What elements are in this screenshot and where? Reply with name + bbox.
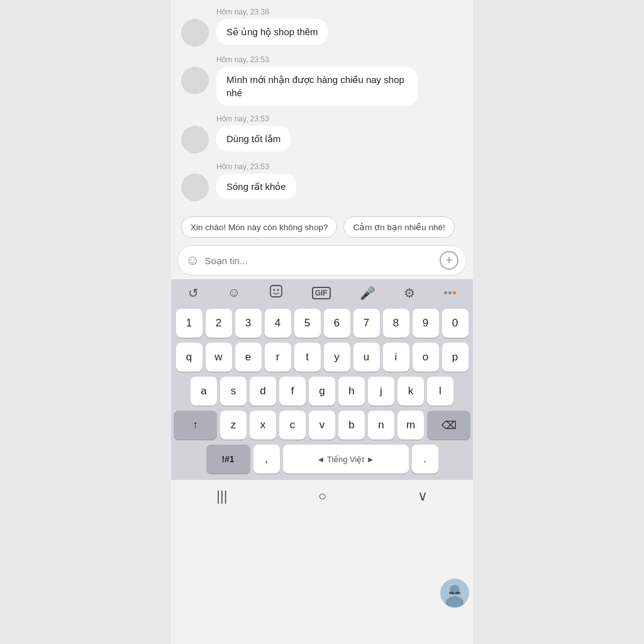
key-k[interactable]: k (397, 377, 424, 406)
bubble-3: Dùng tốt lắm (216, 126, 291, 152)
timestamp-1: Hôm nay, 23:38 (216, 8, 463, 16)
key-5[interactable]: 5 (294, 309, 321, 338)
key-u[interactable]: u (353, 343, 380, 372)
quick-reply-1[interactable]: Xin chào! Món này còn không shop? (181, 216, 337, 238)
key-3[interactable]: 3 (235, 309, 262, 338)
chat-area: Hôm nay, 23:38 Sẽ ủng hộ shop thêm Hôm n… (171, 0, 473, 201)
timestamp-2: Hôm nay, 23:53 (216, 55, 463, 64)
key-shift[interactable]: ↑ (174, 411, 217, 440)
bubble-2: Mình mới nhận được hàng chiều nay shop n… (216, 67, 418, 106)
key-z[interactable]: z (220, 411, 247, 440)
key-n[interactable]: n (368, 411, 394, 440)
emoji-button[interactable]: ☺ (186, 252, 199, 269)
key-r[interactable]: r (265, 343, 291, 372)
svg-rect-7 (455, 592, 460, 594)
input-bar: ☺ + (177, 245, 467, 275)
key-o[interactable]: o (413, 343, 439, 372)
key-space[interactable]: ◄ Tiếng Việt ► (283, 445, 409, 474)
key-q[interactable]: q (176, 343, 203, 372)
key-a[interactable]: a (191, 377, 217, 406)
keyboard-toolbar: ↺ ☺ GIF 🎤 ⚙ (171, 279, 473, 306)
avatar-4 (181, 174, 209, 201)
message-input[interactable] (204, 255, 435, 266)
key-row-qwerty: q w e r t y u i o p (174, 343, 470, 372)
key-comma[interactable]: , (253, 445, 280, 474)
key-j[interactable]: j (368, 377, 394, 406)
key-g[interactable]: g (309, 377, 335, 406)
key-m[interactable]: m (397, 411, 424, 440)
add-button[interactable]: + (440, 251, 458, 270)
key-h[interactable]: h (338, 377, 365, 406)
key-period[interactable]: . (412, 445, 438, 474)
nav-back-icon[interactable]: ||| (216, 488, 227, 504)
message-group-3: Hôm nay, 23:53 Dùng tốt lắm (181, 114, 463, 153)
key-w[interactable]: w (206, 343, 232, 372)
key-symbols[interactable]: !#1 (206, 445, 250, 474)
message-group-4: Hôm nay, 23:53 Sóng rất khỏe (181, 162, 463, 201)
svg-point-2 (277, 289, 279, 291)
svg-point-1 (273, 289, 275, 291)
key-6[interactable]: 6 (324, 309, 350, 338)
message-content-2: Hôm nay, 23:53 Mình mới nhận được hàng c… (216, 55, 463, 106)
timestamp-3: Hôm nay, 23:53 (216, 114, 463, 123)
bottom-nav: ||| ○ ∨ (171, 480, 473, 515)
message-group-1: Hôm nay, 23:38 Sẽ ủng hộ shop thêm (181, 8, 463, 47)
message-group-2: Hôm nay, 23:53 Mình mới nhận được hàng c… (181, 55, 463, 106)
key-c[interactable]: c (279, 411, 306, 440)
key-e[interactable]: e (235, 343, 262, 372)
phone-container: Hôm nay, 23:38 Sẽ ủng hộ shop thêm Hôm n… (171, 0, 473, 644)
key-9[interactable]: 9 (413, 309, 439, 338)
emoji-icon[interactable]: ☺ (228, 286, 240, 300)
quick-reply-2[interactable]: Cảm ơn bạn nhiều nhé! (343, 216, 454, 238)
message-content-1: Hôm nay, 23:38 Sẽ ủng hộ shop thêm (216, 8, 463, 45)
key-1[interactable]: 1 (176, 309, 203, 338)
keyboard: 1 2 3 4 5 6 7 8 9 0 q w e r t y u i o p … (171, 306, 473, 480)
key-row-bottom: !#1 , ◄ Tiếng Việt ► . (174, 445, 470, 474)
avatar-1 (181, 19, 209, 47)
key-x[interactable]: x (250, 411, 276, 440)
message-content-4: Hôm nay, 23:53 Sóng rất khỏe (216, 162, 463, 199)
message-content-3: Hôm nay, 23:53 Dùng tốt lắm (216, 114, 463, 152)
svg-rect-0 (270, 286, 282, 297)
key-s[interactable]: s (220, 377, 247, 406)
key-0[interactable]: 0 (442, 309, 469, 338)
key-d[interactable]: d (250, 377, 276, 406)
key-2[interactable]: 2 (206, 309, 232, 338)
avatar-2 (181, 67, 209, 94)
settings-icon[interactable]: ⚙ (404, 286, 415, 301)
microphone-icon[interactable]: 🎤 (360, 286, 375, 301)
bubble-4: Sóng rất khỏe (216, 174, 296, 199)
more-icon[interactable] (444, 291, 456, 294)
timestamp-4: Hôm nay, 23:53 (216, 162, 463, 171)
avatar-3 (181, 126, 209, 153)
key-row-zxcv: ↑ z x c v b n m ⌫ (174, 411, 470, 440)
nav-recents-icon[interactable]: ∨ (418, 488, 428, 504)
key-b[interactable]: b (338, 411, 365, 440)
key-t[interactable]: t (294, 343, 321, 372)
key-backspace[interactable]: ⌫ (427, 411, 470, 440)
key-f[interactable]: f (279, 377, 306, 406)
key-v[interactable]: v (309, 411, 335, 440)
gif-icon[interactable]: GIF (312, 287, 331, 299)
quick-replies: Xin chào! Món này còn không shop? Cảm ơn… (171, 210, 473, 245)
key-row-numbers: 1 2 3 4 5 6 7 8 9 0 (174, 309, 470, 338)
svg-rect-6 (449, 592, 454, 594)
key-y[interactable]: y (324, 343, 350, 372)
key-4[interactable]: 4 (265, 309, 291, 338)
key-7[interactable]: 7 (353, 309, 380, 338)
key-l[interactable]: l (427, 377, 453, 406)
key-i[interactable]: i (383, 343, 409, 372)
profile-picture (440, 579, 469, 608)
key-p[interactable]: p (442, 343, 469, 372)
rotate-icon[interactable]: ↺ (188, 286, 199, 301)
key-8[interactable]: 8 (383, 309, 409, 338)
nav-home-icon[interactable]: ○ (318, 488, 326, 504)
bubble-1: Sẽ ủng hộ shop thêm (216, 19, 328, 45)
sticker-icon[interactable] (269, 284, 283, 301)
key-row-asdf: a s d f g h j k l (174, 377, 470, 406)
